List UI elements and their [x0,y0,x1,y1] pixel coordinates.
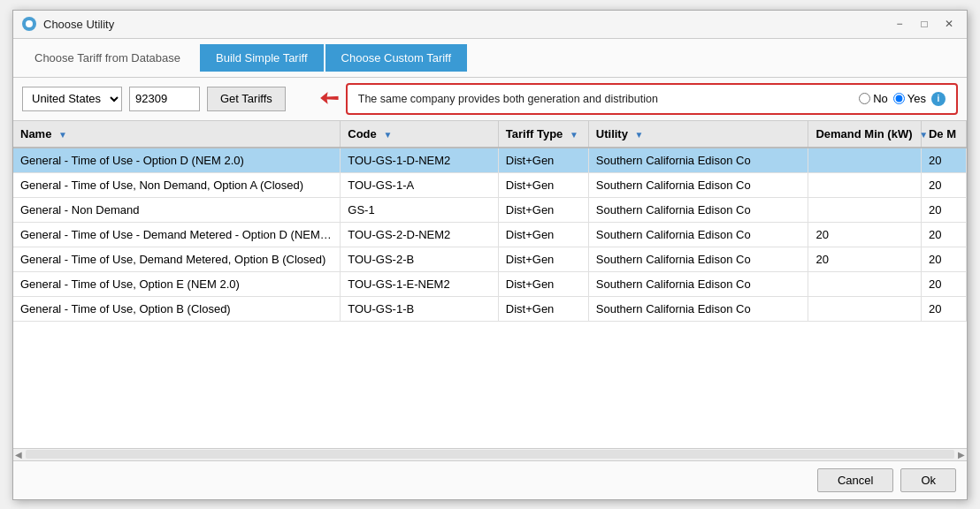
cell-code: TOU-GS-2-D-NEM2 [341,222,499,247]
cell-name: General - Non Demand [13,197,341,222]
table-row[interactable]: General - Time of Use, Demand Metered, O… [13,247,967,271]
cell-demand-max: 20 [921,222,966,247]
cell-demand-max: 20 [921,296,966,321]
cell-demand-max: 20 [921,148,966,173]
red-arrow-icon: ➘ [312,82,345,115]
controls-row: United States Get Tariffs ➘ The same com… [13,78,967,121]
window-title: Choose Utility [43,18,884,31]
table-container[interactable]: Name ▼ Code ▼ Tariff Type ▼ Utility ▼ [13,121,967,448]
table-row[interactable]: General - Time of Use - Option D (NEM 2.… [13,148,967,173]
col-header-demand-max: De M [921,121,966,148]
cell-utility: Southern California Edison Co [588,197,808,222]
svg-point-0 [26,20,33,27]
info-icon[interactable]: i [931,92,946,106]
cell-code: TOU-GS-1-D-NEM2 [341,148,499,173]
cell-utility: Southern California Edison Co [588,271,808,296]
notice-box: The same company provides both generatio… [346,83,958,115]
tab-choose-custom-tariff[interactable]: Choose Custom Tariff [325,44,468,72]
tabs-row: Choose Tariff from Database Build Simple… [13,39,967,78]
cell-name: General - Time of Use, Non Demand, Optio… [13,172,341,197]
ok-button[interactable]: Ok [900,468,956,492]
table-body: General - Time of Use - Option D (NEM 2.… [13,148,967,322]
close-button[interactable]: ✕ [940,15,958,33]
titlebar: Choose Utility − □ ✕ [13,11,967,39]
filter-tariff-icon[interactable]: ▼ [570,130,578,140]
scroll-left-icon[interactable]: ◀ [13,450,24,460]
country-select[interactable]: United States [22,87,122,111]
cell-tariff-type: Dist+Gen [498,148,588,173]
cell-demand-max: 20 [921,271,966,296]
cell-utility: Southern California Edison Co [588,172,808,197]
cell-tariff-type: Dist+Gen [498,271,588,296]
tab-choose-tariff-db[interactable]: Choose Tariff from Database [22,44,193,72]
cell-name: General - Time of Use - Demand Metered -… [13,222,341,247]
minimize-button[interactable]: − [891,15,908,33]
col-header-utility: Utility ▼ [588,121,808,148]
table-row[interactable]: General - Non Demand GS-1 Dist+Gen South… [13,197,967,222]
table-row[interactable]: General - Time of Use - Demand Metered -… [13,222,967,247]
cell-utility: Southern California Edison Co [588,296,808,321]
app-icon [22,17,36,31]
cell-code: TOU-GS-1-B [341,296,499,321]
cell-demand-min [808,271,922,296]
restore-button[interactable]: □ [915,15,933,33]
notice-text: The same company provides both generatio… [358,93,852,105]
cancel-button[interactable]: Cancel [817,468,893,492]
tab-build-simple-tariff[interactable]: Build Simple Tariff [200,44,324,72]
cell-tariff-type: Dist+Gen [498,222,588,247]
cell-code: TOU-GS-2-B [341,247,499,271]
cell-demand-max: 20 [921,172,966,197]
table-row[interactable]: General - Time of Use, Option E (NEM 2.0… [13,271,967,296]
cell-name: General - Time of Use, Option B (Closed) [13,296,341,321]
cell-utility: Southern California Edison Co [588,148,808,173]
radio-no[interactable] [859,93,870,104]
zipcode-input[interactable] [129,87,200,111]
table-row[interactable]: General - Time of Use, Option B (Closed)… [13,296,967,321]
main-window: Choose Utility − □ ✕ Choose Tariff from … [12,10,968,500]
radio-yes[interactable] [893,93,905,104]
cell-name: General - Time of Use, Option E (NEM 2.0… [13,271,341,296]
filter-code-icon[interactable]: ▼ [383,130,392,140]
cell-code: TOU-GS-1-E-NEM2 [341,271,499,296]
cell-utility: Southern California Edison Co [588,247,808,271]
radio-no-label[interactable]: No [859,92,888,105]
cell-name: General - Time of Use, Demand Metered, O… [13,247,341,271]
cell-demand-max: 20 [921,197,966,222]
cell-code: TOU-GS-1-A [341,172,499,197]
filter-name-icon[interactable]: ▼ [58,130,67,140]
cell-demand-min: 20 [808,247,922,271]
cell-demand-min [808,172,922,197]
radio-yes-label[interactable]: Yes [893,92,926,105]
horizontal-scrollbar[interactable]: ◀ ▶ [13,448,967,460]
col-header-code: Code ▼ [341,121,499,148]
cell-demand-min [808,148,922,173]
cell-tariff-type: Dist+Gen [498,172,588,197]
cell-demand-max: 20 [921,247,966,271]
cell-utility: Southern California Edison Co [588,222,808,247]
cell-tariff-type: Dist+Gen [498,197,588,222]
scroll-track[interactable] [26,450,954,459]
radio-group: No Yes i [859,92,946,106]
cell-demand-min [808,296,922,321]
cell-name: General - Time of Use - Option D (NEM 2.… [13,148,341,173]
filter-utility-icon[interactable]: ▼ [635,130,644,140]
cell-demand-min: 20 [808,222,922,247]
cell-demand-min [808,197,922,222]
col-header-name: Name ▼ [13,121,341,148]
tariff-table: Name ▼ Code ▼ Tariff Type ▼ Utility ▼ [13,121,967,322]
col-header-demand-min: Demand Min (kW) ▼ [808,121,922,148]
cell-code: GS-1 [341,197,499,222]
col-header-tariff-type: Tariff Type ▼ [498,121,588,148]
table-header-row: Name ▼ Code ▼ Tariff Type ▼ Utility ▼ [13,121,967,148]
scroll-right-icon[interactable]: ▶ [956,450,967,460]
cell-tariff-type: Dist+Gen [498,296,588,321]
footer: Cancel Ok [13,460,967,499]
get-tariffs-button[interactable]: Get Tariffs [207,87,286,111]
table-row[interactable]: General - Time of Use, Non Demand, Optio… [13,172,967,197]
cell-tariff-type: Dist+Gen [498,247,588,271]
